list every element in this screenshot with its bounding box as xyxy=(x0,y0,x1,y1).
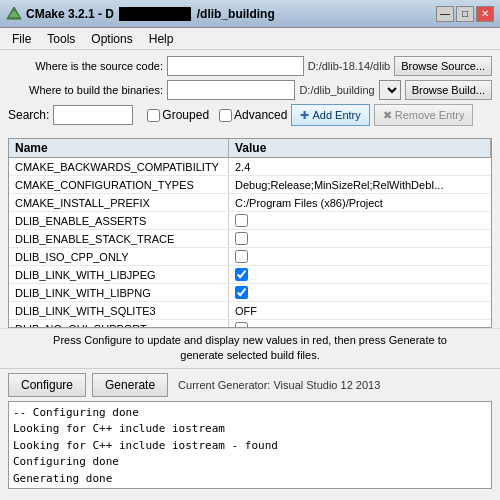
hint-line2: generate selected build files. xyxy=(180,349,319,361)
row-checkbox[interactable] xyxy=(235,250,248,263)
cmake-logo-icon xyxy=(6,6,22,22)
menu-file[interactable]: File xyxy=(4,30,39,48)
cell-value: C:/Program Files (x86)/Project xyxy=(229,194,491,211)
cell-value[interactable] xyxy=(229,248,491,265)
cell-name: CMAKE_INSTALL_PREFIX xyxy=(9,194,229,211)
menu-bar: File Tools Options Help xyxy=(0,28,500,50)
toolbar-row: Search: Grouped Advanced ✚ Add Entry ✖ R… xyxy=(8,104,492,126)
cell-name: DLIB_ENABLE_STACK_TRACE xyxy=(9,230,229,247)
log-line: -- Configuring done xyxy=(13,405,487,422)
grouped-checkbox-label[interactable]: Grouped xyxy=(147,108,209,122)
browse-build-button[interactable]: Browse Build... xyxy=(405,80,492,100)
row-checkbox[interactable] xyxy=(235,232,248,245)
table-row[interactable]: DLIB_LINK_WITH_LIBJPEG xyxy=(9,266,491,284)
row-checkbox[interactable] xyxy=(235,286,248,299)
source-path-text: D:/dlib-18.14/dlib xyxy=(308,60,391,72)
cell-name: DLIB_NO_GUI_SUPPORT xyxy=(9,320,229,328)
cell-value: OFF xyxy=(229,302,491,319)
cell-value[interactable] xyxy=(229,320,491,328)
table-row[interactable]: DLIB_NO_GUI_SUPPORT xyxy=(9,320,491,328)
button-row: Configure Generate Current Generator: Vi… xyxy=(0,368,500,401)
title-redacted: XXXXXXXXX xyxy=(119,7,191,21)
maximize-button[interactable]: □ xyxy=(456,6,474,22)
cmake-table[interactable]: Name Value CMAKE_BACKWARDS_COMPATIBILITY… xyxy=(8,138,492,328)
hint-line1: Press Configure to update and display ne… xyxy=(53,334,447,346)
main-content: Where is the source code: D:/dlib-18.14/… xyxy=(0,50,500,138)
table-body: CMAKE_BACKWARDS_COMPATIBILITY2.4CMAKE_CO… xyxy=(9,158,491,328)
log-line: Generating done xyxy=(13,471,487,488)
header-value: Value xyxy=(229,139,491,157)
source-input[interactable] xyxy=(167,56,304,76)
log-line: Looking for C++ include iostream xyxy=(13,421,487,438)
cell-value[interactable] xyxy=(229,230,491,247)
menu-options[interactable]: Options xyxy=(83,30,140,48)
advanced-checkbox[interactable] xyxy=(219,109,232,122)
hint-area: Press Configure to update and display ne… xyxy=(0,328,500,368)
browse-source-button[interactable]: Browse Source... xyxy=(394,56,492,76)
title-main: CMake 3.2.1 - D xyxy=(26,7,114,21)
options-group: Grouped Advanced xyxy=(147,108,287,122)
remove-entry-label: Remove Entry xyxy=(395,109,465,121)
build-path-text: D:/dlib_building xyxy=(299,84,374,96)
source-path-row: Where is the source code: D:/dlib-18.14/… xyxy=(8,56,492,76)
build-dropdown[interactable] xyxy=(379,80,401,100)
table-row[interactable]: CMAKE_CONFIGURATION_TYPESDebug;Release;M… xyxy=(9,176,491,194)
generator-text: Current Generator: Visual Studio 12 2013 xyxy=(178,379,380,391)
table-row[interactable]: DLIB_LINK_WITH_LIBPNG xyxy=(9,284,491,302)
build-label: Where to build the binaries: xyxy=(8,84,163,96)
table-row[interactable]: DLIB_ISO_CPP_ONLY xyxy=(9,248,491,266)
grouped-checkbox[interactable] xyxy=(147,109,160,122)
table-row[interactable]: CMAKE_BACKWARDS_COMPATIBILITY2.4 xyxy=(9,158,491,176)
row-checkbox[interactable] xyxy=(235,268,248,281)
table-row[interactable]: DLIB_ENABLE_ASSERTS xyxy=(9,212,491,230)
table-header: Name Value xyxy=(9,139,491,158)
close-button[interactable]: ✕ xyxy=(476,6,494,22)
menu-tools[interactable]: Tools xyxy=(39,30,83,48)
cell-name: DLIB_LINK_WITH_LIBJPEG xyxy=(9,266,229,283)
cell-name: CMAKE_BACKWARDS_COMPATIBILITY xyxy=(9,158,229,175)
cell-name: DLIB_ENABLE_ASSERTS xyxy=(9,212,229,229)
build-path-row: Where to build the binaries: D:/dlib_bui… xyxy=(8,80,492,100)
table-row[interactable]: DLIB_ENABLE_STACK_TRACE xyxy=(9,230,491,248)
cell-value: 2.4 xyxy=(229,158,491,175)
generate-button[interactable]: Generate xyxy=(92,373,168,397)
build-input[interactable] xyxy=(167,80,295,100)
configure-button[interactable]: Configure xyxy=(8,373,86,397)
log-line: Looking for C++ include iostream - found xyxy=(13,438,487,455)
remove-entry-button[interactable]: ✖ Remove Entry xyxy=(374,104,474,126)
add-entry-button[interactable]: ✚ Add Entry xyxy=(291,104,369,126)
cell-name: DLIB_ISO_CPP_ONLY xyxy=(9,248,229,265)
add-entry-label: Add Entry xyxy=(312,109,360,121)
remove-icon: ✖ xyxy=(383,109,392,122)
log-area[interactable]: -- Configuring doneLooking for C++ inclu… xyxy=(8,401,492,489)
table-row[interactable]: CMAKE_INSTALL_PREFIXC:/Program Files (x8… xyxy=(9,194,491,212)
advanced-label-text: Advanced xyxy=(234,108,287,122)
cell-name: CMAKE_CONFIGURATION_TYPES xyxy=(9,176,229,193)
search-input[interactable] xyxy=(53,105,133,125)
window-controls: — □ ✕ xyxy=(436,6,494,22)
search-label: Search: xyxy=(8,108,49,122)
title-path: /dlib_building xyxy=(197,7,275,21)
cell-value[interactable] xyxy=(229,266,491,283)
row-checkbox[interactable] xyxy=(235,214,248,227)
title-text: CMake 3.2.1 - D XXXXXXXXX /dlib_building xyxy=(26,7,436,21)
cell-value[interactable] xyxy=(229,284,491,301)
title-bar: CMake 3.2.1 - D XXXXXXXXX /dlib_building… xyxy=(0,0,500,28)
grouped-label-text: Grouped xyxy=(162,108,209,122)
source-label: Where is the source code: xyxy=(8,60,163,72)
header-name: Name xyxy=(9,139,229,157)
minimize-button[interactable]: — xyxy=(436,6,454,22)
cell-value: Debug;Release;MinSizeRel;RelWithDebI... xyxy=(229,176,491,193)
cell-name: DLIB_LINK_WITH_SQLITE3 xyxy=(9,302,229,319)
add-icon: ✚ xyxy=(300,109,309,122)
cell-value[interactable] xyxy=(229,212,491,229)
log-line: Configuring done xyxy=(13,454,487,471)
menu-help[interactable]: Help xyxy=(141,30,182,48)
table-row[interactable]: DLIB_LINK_WITH_SQLITE3OFF xyxy=(9,302,491,320)
cell-name: DLIB_LINK_WITH_LIBPNG xyxy=(9,284,229,301)
advanced-checkbox-label[interactable]: Advanced xyxy=(219,108,287,122)
